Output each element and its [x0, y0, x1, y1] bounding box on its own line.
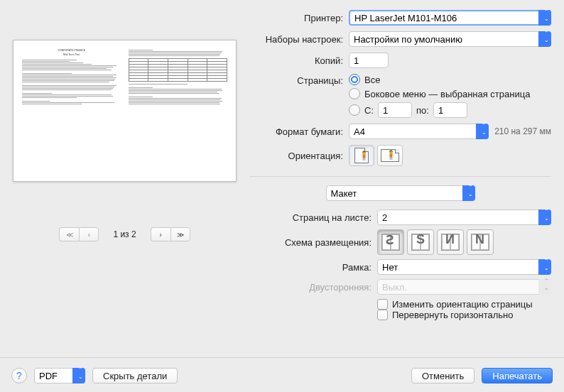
print-button[interactable]: Напечатать — [482, 368, 553, 383]
paper-size-note: 210 на 297 мм — [494, 126, 551, 136]
pages-radio-group: Все Боковое меню — выбранная страница С:… — [349, 74, 530, 118]
pages-range-row: С: по: — [349, 102, 530, 118]
printer-select[interactable]: HP LaserJet M101-M106 — [349, 10, 551, 26]
help-button[interactable]: ? — [11, 368, 27, 383]
layout-grid-icon: Ƨ — [381, 234, 400, 251]
presets-label: Наборы настроек: — [249, 34, 343, 45]
border-row: Рамка: Нет — [249, 259, 551, 275]
orientation-row: Ориентация: 🧍 🧍 — [249, 145, 551, 166]
pages-row: Страницы: Все Боковое меню — выбранная с… — [249, 74, 551, 118]
pages-per-sheet-select[interactable]: 2 — [377, 209, 551, 225]
cancel-button[interactable]: Отменить — [411, 368, 474, 383]
pages-from-input[interactable] — [378, 102, 412, 118]
preview-pane: CORPORATE FINANCE Mid-Term Test — [13, 10, 237, 320]
preview-thumbnail: CORPORATE FINANCE Mid-Term Test — [13, 40, 237, 182]
pages-all-label: Все — [364, 75, 380, 85]
pages-all-row: Все — [349, 74, 530, 85]
paper-size-label: Формат бумаги: — [249, 126, 343, 137]
paper-size-row: Формат бумаги: A4 210 на 297 мм — [249, 124, 551, 139]
pages-sidemenu-label: Боковое меню — выбранная страница — [364, 89, 530, 99]
pages-range-radio[interactable] — [349, 104, 360, 116]
preview-nav: ≪ ‹ 1 из 2 › ≫ — [59, 227, 190, 241]
pages-all-radio[interactable] — [349, 74, 360, 85]
two-sided-select: Выкл. — [377, 279, 551, 295]
orientation-landscape-button[interactable]: 🧍 — [377, 145, 403, 166]
nav-forward-group: › ≫ — [151, 227, 190, 241]
layout-direction-label: Схема размещения: — [249, 237, 372, 248]
reverse-orientation-checkbox[interactable] — [377, 299, 388, 310]
preview-page-right — [127, 48, 229, 174]
pages-label: Страницы: — [249, 74, 343, 86]
reverse-orientation-label: Изменить ориентацию страницы — [392, 299, 533, 310]
pdf-menu[interactable]: PDF — [34, 368, 85, 383]
pages-from-label: С: — [364, 105, 374, 116]
footer-separator — [0, 357, 564, 358]
nav-prev-button[interactable]: ‹ — [79, 227, 99, 241]
flip-horizontal-row: Перевернуть горизонтально — [249, 310, 551, 320]
footer-left: ? PDF Скрыть детали — [11, 368, 178, 383]
dialog-footer: ? PDF Скрыть детали Отменить Напечатать — [0, 359, 564, 392]
copies-row: Копий: — [249, 53, 551, 68]
pages-to-label: по: — [416, 105, 429, 116]
section-separator — [249, 176, 551, 177]
nav-back-group: ≪ ‹ — [59, 227, 99, 241]
layout-dir-3-button[interactable]: И — [437, 229, 464, 255]
page-counter-label: 1 из 2 — [113, 229, 136, 239]
nav-first-button[interactable]: ≪ — [59, 227, 79, 241]
printer-label: Принтер: — [249, 13, 343, 23]
pages-per-sheet-row: Страниц на листе: 2 — [249, 209, 551, 225]
layout-dir-1-button[interactable]: Ƨ — [377, 229, 404, 255]
reverse-orientation-row: Изменить ориентацию страницы — [249, 299, 551, 310]
layout-direction-row: Схема размещения: Ƨ S — [249, 229, 551, 255]
printer-row: Принтер: HP LaserJet M101-M106 — [249, 10, 551, 26]
print-dialog: CORPORATE FINANCE Mid-Term Test — [0, 0, 564, 392]
pages-sidemenu-radio[interactable] — [349, 88, 360, 99]
options-pane: Принтер: HP LaserJet M101-M106 Наборы на… — [249, 10, 551, 320]
section-select-row: Макет — [249, 185, 551, 201]
preview-page-left: CORPORATE FINANCE Mid-Term Test — [21, 48, 123, 174]
pages-sidemenu-row: Боковое меню — выбранная страница — [349, 88, 530, 99]
layout-grid-icon: N — [471, 234, 489, 251]
orientation-group: 🧍 🧍 — [349, 145, 403, 166]
border-label: Рамка: — [249, 262, 372, 273]
flip-horizontal-label: Перевернуть горизонтально — [392, 310, 513, 320]
orientation-portrait-button[interactable]: 🧍 — [349, 145, 374, 166]
nav-next-button[interactable]: › — [151, 227, 170, 241]
pages-to-input[interactable] — [433, 102, 467, 118]
layout-direction-group: Ƨ S И — [377, 229, 494, 255]
section-select[interactable]: Макет — [326, 185, 475, 201]
help-icon: ? — [16, 370, 22, 381]
border-select[interactable]: Нет — [377, 259, 551, 275]
page-landscape-icon: 🧍 — [381, 149, 399, 162]
paper-size-select[interactable]: A4 — [349, 124, 489, 139]
nav-last-button[interactable]: ≫ — [170, 227, 190, 241]
copies-input[interactable] — [349, 53, 389, 68]
two-sided-row: Двусторонняя: Выкл. — [249, 279, 551, 295]
hide-details-button[interactable]: Скрыть детали — [92, 368, 178, 383]
pages-per-sheet-label: Страниц на листе: — [249, 212, 372, 223]
presets-select[interactable]: Настройки по умолчанию — [349, 31, 551, 47]
orientation-label: Ориентация: — [249, 151, 343, 161]
layout-grid-icon: S — [411, 234, 430, 251]
footer-right: Отменить Напечатать — [411, 368, 553, 383]
copies-label: Копий: — [249, 55, 343, 66]
dialog-content: CORPORATE FINANCE Mid-Term Test — [0, 0, 564, 326]
layout-grid-icon: И — [441, 234, 460, 251]
layout-dir-2-button[interactable]: S — [407, 229, 434, 255]
presets-row: Наборы настроек: Настройки по умолчанию — [249, 31, 551, 47]
layout-dir-4-button[interactable]: N — [467, 229, 494, 255]
page-portrait-icon: 🧍 — [354, 148, 369, 163]
layout-section: Страниц на листе: 2 Схема размещения: — [249, 209, 551, 320]
two-sided-label: Двусторонняя: — [249, 282, 372, 293]
flip-horizontal-checkbox[interactable] — [377, 310, 388, 320]
